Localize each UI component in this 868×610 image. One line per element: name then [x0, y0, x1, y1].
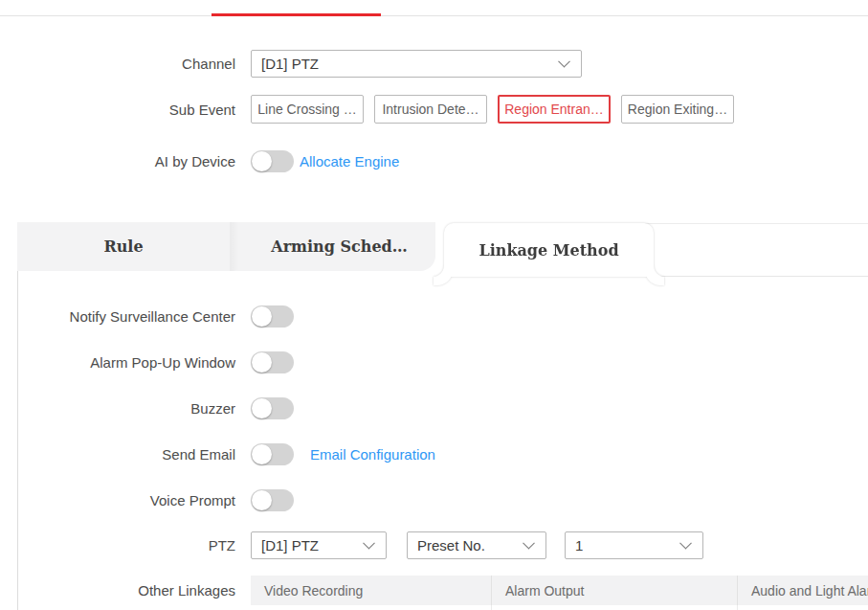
toggle-knob [252, 398, 272, 418]
toggle-knob [252, 151, 272, 171]
chevron-down-icon [363, 537, 375, 550]
allocate-engine-link[interactable]: Allocate Engine [300, 153, 399, 169]
notify-surveillance-center-row: Notify Surveillance Center [0, 305, 294, 328]
ai-by-device-toggle[interactable] [251, 150, 294, 172]
ptz-label: PTZ [0, 537, 235, 554]
voice-prompt-label: Voice Prompt [0, 492, 235, 508]
toggle-knob [252, 490, 272, 510]
buzzer-toggle[interactable] [251, 397, 294, 419]
channel-label: Channel [0, 56, 235, 72]
column-header-alarm-output[interactable]: Alarm Output [492, 576, 738, 605]
chevron-down-icon [679, 537, 692, 550]
panel-top-border [636, 276, 868, 277]
notify-surveillance-center-toggle[interactable] [251, 305, 294, 328]
ptz-preset-type-value: Preset No. [417, 537, 485, 554]
buzzer-label: Buzzer [0, 400, 235, 417]
toggle-knob [252, 444, 272, 464]
tab-linkage-method[interactable]: Linkage Method [444, 223, 654, 277]
ptz-camera-select[interactable]: [D1] PTZ [251, 531, 387, 559]
tab-divider [230, 222, 243, 271]
ptz-preset-number-value: 1 [575, 537, 583, 554]
top-active-tab-indicator [211, 13, 381, 16]
notify-surveillance-center-label: Notify Surveillance Center [0, 308, 235, 325]
chevron-down-icon [523, 537, 535, 550]
channel-select-value: [D1] PTZ [261, 56, 319, 72]
sub-event-label: Sub Event [0, 102, 235, 118]
chevron-down-icon [558, 56, 570, 68]
tabstrip-top-border [636, 223, 868, 224]
ptz-preset-number-select[interactable]: 1 [565, 531, 703, 559]
top-tabstrip-divider [0, 15, 868, 16]
send-email-toggle[interactable] [251, 443, 294, 465]
sub-event-region-entrance-button[interactable]: Region Entran… [498, 95, 611, 124]
sub-event-intrusion-button[interactable]: Intrusion Dete… [374, 95, 487, 124]
sub-event-region-exiting-button[interactable]: Region Exiting… [621, 95, 734, 124]
alarm-popup-window-label: Alarm Pop-Up Window [0, 354, 235, 371]
tabstrip: Rule Arming Sched… Linkage Method [17, 222, 868, 276]
toggle-knob [252, 352, 272, 373]
other-linkages-label: Other Linkages [0, 582, 235, 599]
alarm-popup-window-row: Alarm Pop-Up Window [0, 350, 294, 373]
tab-rule[interactable]: Rule [17, 222, 230, 271]
channel-select[interactable]: [D1] PTZ [251, 50, 582, 78]
send-email-label: Send Email [0, 446, 235, 463]
other-linkages-table: Video Recording Alarm Output Audio and L… [251, 576, 868, 610]
alarm-popup-window-toggle[interactable] [251, 351, 294, 373]
sub-event-row: Sub Event Line Crossing … Intrusion Dete… [0, 95, 745, 124]
voice-prompt-row: Voice Prompt [0, 488, 294, 511]
email-configuration-link[interactable]: Email Configuration [310, 446, 435, 463]
ai-by-device-row: AI by Device Allocate Engine [0, 149, 399, 172]
sub-event-line-crossing-button[interactable]: Line Crossing … [251, 95, 364, 124]
buzzer-row: Buzzer [0, 396, 294, 419]
ptz-row: PTZ [D1] PTZ Preset No. 1 [0, 531, 703, 559]
ai-by-device-label: AI by Device [0, 153, 235, 169]
other-linkages-body-row [251, 605, 868, 610]
send-email-row: Send Email Email Configuration [0, 442, 435, 465]
column-header-audio-light-alarm[interactable]: Audio and Light Alarm [738, 576, 868, 605]
channel-row: Channel [D1] PTZ [0, 49, 582, 78]
other-linkages-row: Other Linkages [0, 576, 235, 605]
ptz-preset-type-select[interactable]: Preset No. [407, 531, 546, 559]
ptz-camera-select-value: [D1] PTZ [261, 537, 319, 554]
other-linkages-header-row: Video Recording Alarm Output Audio and L… [251, 576, 868, 605]
column-header-video-recording[interactable]: Video Recording [251, 576, 492, 605]
voice-prompt-toggle[interactable] [251, 489, 294, 511]
toggle-knob [252, 306, 272, 327]
tab-arming-schedule[interactable]: Arming Sched… [243, 222, 435, 271]
